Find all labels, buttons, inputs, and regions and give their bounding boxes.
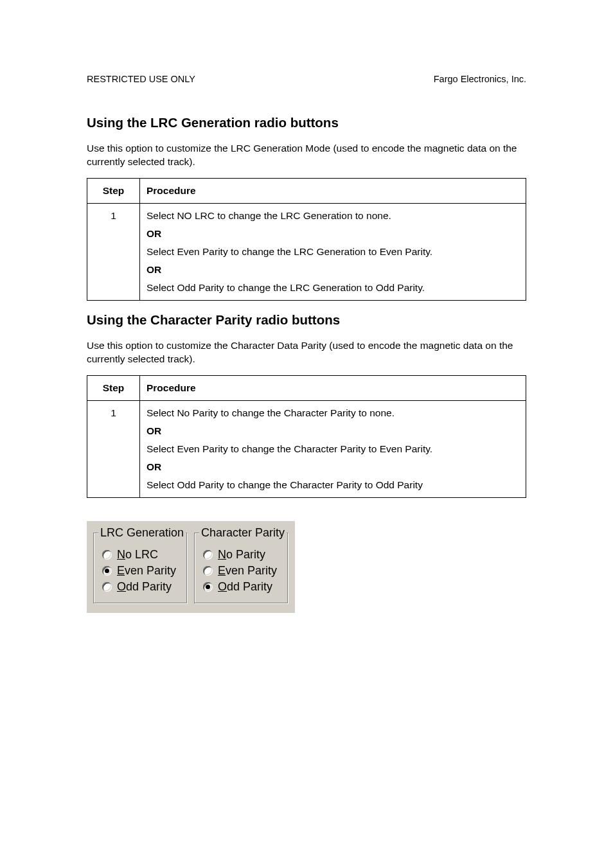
radio-label: Odd Parity bbox=[218, 580, 272, 594]
section2-intro: Use this option to customize the Charact… bbox=[87, 339, 526, 366]
radio-odd-parity-char[interactable]: Odd Parity bbox=[203, 580, 277, 594]
procedure-line: Select Odd Parity to change the Characte… bbox=[147, 479, 519, 491]
radio-label: Even Parity bbox=[117, 564, 176, 578]
table-row: 1 Select NO LRC to change the LRC Genera… bbox=[87, 203, 526, 300]
section1-title: Using the LRC Generation radio buttons bbox=[87, 115, 526, 130]
radio-icon bbox=[102, 566, 112, 576]
table-header-step: Step bbox=[87, 178, 140, 203]
radio-icon bbox=[203, 566, 213, 576]
radio-icon bbox=[203, 550, 213, 560]
step-number: 1 bbox=[87, 203, 140, 300]
table-header-step: Step bbox=[87, 375, 140, 400]
section2-title: Using the Character Parity radio buttons bbox=[87, 312, 526, 328]
procedure-line: Select Even Parity to change the LRC Gen… bbox=[147, 246, 519, 258]
step-number: 1 bbox=[87, 400, 140, 497]
character-parity-group: Character Parity No Parity Even Parity O… bbox=[194, 527, 289, 604]
radio-label: Even Parity bbox=[218, 564, 277, 578]
procedure-cell: Select NO LRC to change the LRC Generati… bbox=[140, 203, 526, 300]
radio-icon bbox=[102, 550, 112, 560]
procedure-line: Select Even Parity to change the Charact… bbox=[147, 443, 519, 455]
header-left: RESTRICTED USE ONLY bbox=[87, 74, 195, 84]
radio-no-parity[interactable]: No Parity bbox=[203, 548, 277, 562]
header-right: Fargo Electronics, Inc. bbox=[434, 74, 526, 84]
radio-icon bbox=[203, 582, 213, 592]
procedure-or: OR bbox=[147, 425, 519, 437]
procedure-or: OR bbox=[147, 228, 519, 240]
procedure-line: Select Odd Parity to change the LRC Gene… bbox=[147, 282, 519, 294]
radio-label: No LRC bbox=[117, 548, 158, 562]
table-row: 1 Select No Parity to change the Charact… bbox=[87, 400, 526, 497]
ui-screenshot-panel: LRC Generation No LRC Even Parity Odd Pa… bbox=[87, 521, 295, 613]
radio-label: Odd Parity bbox=[117, 580, 172, 594]
radio-even-parity-lrc[interactable]: Even Parity bbox=[102, 564, 176, 578]
section1-intro: Use this option to customize the LRC Gen… bbox=[87, 142, 526, 169]
procedure-line: Select NO LRC to change the LRC Generati… bbox=[147, 210, 519, 222]
procedure-cell: Select No Parity to change the Character… bbox=[140, 400, 526, 497]
lrc-generation-group: LRC Generation No LRC Even Parity Odd Pa… bbox=[93, 527, 188, 604]
table-header-procedure: Procedure bbox=[140, 178, 526, 203]
page-header: RESTRICTED USE ONLY Fargo Electronics, I… bbox=[87, 74, 526, 84]
procedure-or: OR bbox=[147, 264, 519, 276]
radio-icon bbox=[102, 582, 112, 592]
radio-label: No Parity bbox=[218, 548, 265, 562]
procedure-or: OR bbox=[147, 461, 519, 473]
table-header-procedure: Procedure bbox=[140, 375, 526, 400]
radio-odd-parity-lrc[interactable]: Odd Parity bbox=[102, 580, 176, 594]
radio-no-lrc[interactable]: No LRC bbox=[102, 548, 176, 562]
radio-even-parity-char[interactable]: Even Parity bbox=[203, 564, 277, 578]
section1-table: Step Procedure 1 Select NO LRC to change… bbox=[87, 178, 526, 301]
section2-table: Step Procedure 1 Select No Parity to cha… bbox=[87, 375, 526, 498]
procedure-line: Select No Parity to change the Character… bbox=[147, 407, 519, 419]
